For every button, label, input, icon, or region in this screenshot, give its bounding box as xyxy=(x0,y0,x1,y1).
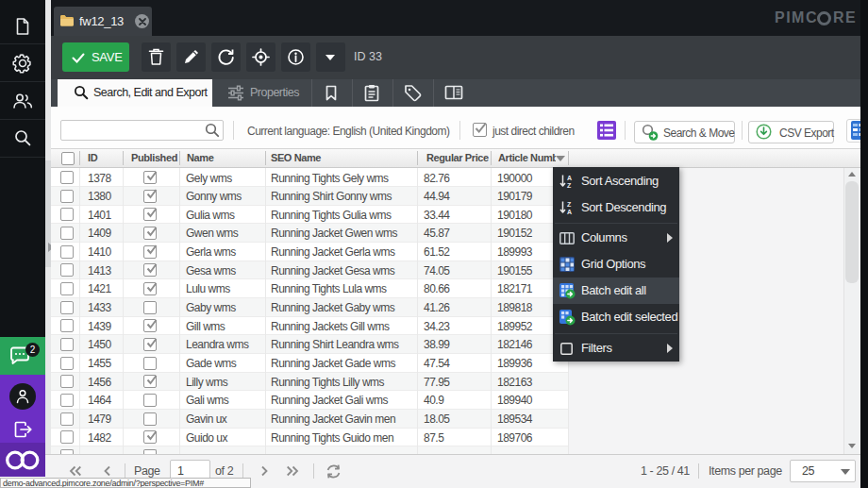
svg-text:Z: Z xyxy=(567,200,572,207)
svg-text:A: A xyxy=(567,174,572,180)
svg-text:Z: Z xyxy=(567,182,572,189)
svg-text:A: A xyxy=(567,209,572,215)
